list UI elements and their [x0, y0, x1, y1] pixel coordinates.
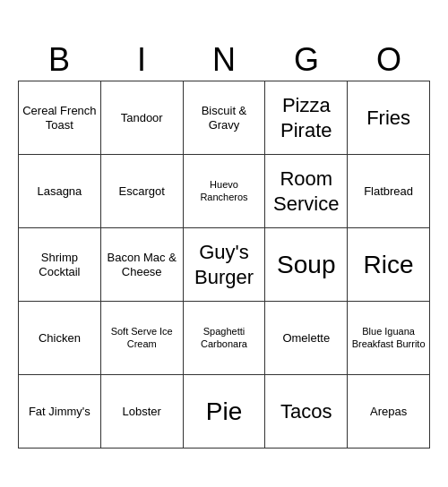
grid-cell: Fat Jimmy's [19, 375, 101, 449]
grid-cell: Tacos [265, 375, 348, 449]
grid-cell: Soup [265, 228, 348, 302]
grid-cell: Flatbread [348, 155, 430, 228]
grid-cell: Biscuit & Gravy [184, 81, 266, 155]
grid-cell: Blue Iguana Breakfast Burrito [348, 302, 430, 375]
bingo-grid: Cereal French ToastTandoorBiscuit & Grav… [18, 81, 430, 449]
grid-cell: Cereal French Toast [19, 81, 101, 155]
bingo-card: BINGO Cereal French ToastTandoorBiscuit … [18, 38, 430, 449]
grid-cell: Pie [184, 375, 266, 449]
grid-cell: Omelette [265, 302, 348, 375]
header-letter: B [18, 38, 100, 81]
header-letter: O [348, 38, 430, 81]
grid-cell: Bacon Mac & Cheese [101, 228, 184, 302]
bingo-header: BINGO [18, 38, 430, 81]
grid-cell: Chicken [19, 302, 101, 375]
grid-cell: Escargot [101, 155, 184, 228]
grid-cell: Guy's Burger [184, 228, 266, 302]
grid-cell: Spaghetti Carbonara [184, 302, 266, 375]
grid-cell: Rice [348, 228, 430, 302]
grid-cell: Lobster [101, 375, 184, 449]
header-letter: G [265, 38, 348, 81]
grid-cell: Pizza Pirate [265, 81, 348, 155]
grid-cell: Tandoor [101, 81, 184, 155]
grid-cell: Huevo Rancheros [184, 155, 266, 228]
grid-cell: Room Service [265, 155, 348, 228]
grid-cell: Fries [348, 81, 430, 155]
grid-cell: Lasagna [19, 155, 101, 228]
grid-cell: Shrimp Cocktail [19, 228, 101, 302]
header-letter: I [100, 38, 183, 81]
grid-cell: Arepas [348, 375, 430, 449]
header-letter: N [183, 38, 265, 81]
grid-cell: Soft Serve Ice Cream [101, 302, 184, 375]
